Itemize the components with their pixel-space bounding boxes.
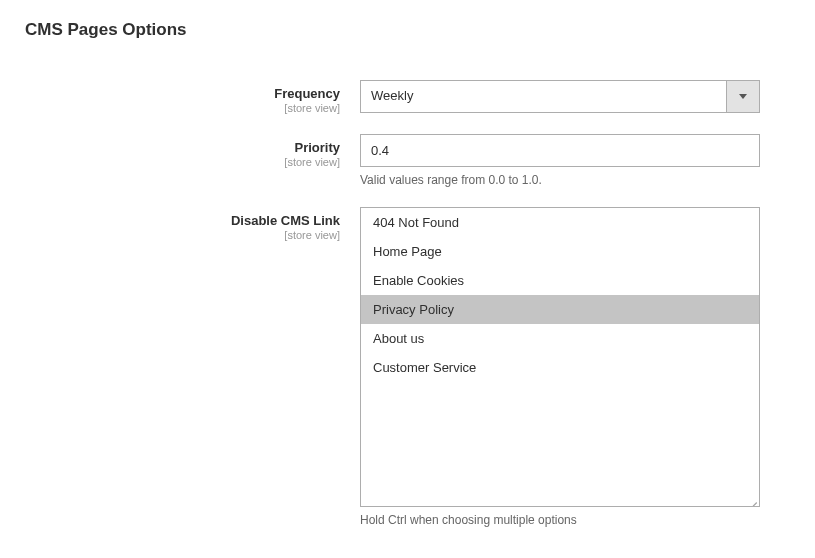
disable-cms-link-scope: [store view]: [20, 229, 340, 241]
priority-label: Priority: [20, 140, 340, 155]
multiselect-option[interactable]: Privacy Policy: [361, 295, 759, 324]
chevron-down-icon: [726, 81, 759, 112]
frequency-control: Weekly: [360, 80, 760, 113]
multiselect-option[interactable]: About us: [361, 324, 759, 353]
disable-cms-link-label: Disable CMS Link: [20, 213, 340, 228]
priority-control: Valid values range from 0.0 to 1.0.: [360, 134, 760, 187]
multiselect-option[interactable]: 404 Not Found: [361, 208, 759, 237]
priority-row: Priority [store view] Valid values range…: [20, 134, 795, 187]
multiselect-option[interactable]: Customer Service: [361, 353, 759, 382]
multiselect-option[interactable]: Enable Cookies: [361, 266, 759, 295]
section-title: CMS Pages Options: [25, 20, 795, 40]
frequency-label-col: Frequency [store view]: [20, 80, 360, 114]
disable-cms-link-row: Disable CMS Link [store view] 404 Not Fo…: [20, 207, 795, 527]
frequency-row: Frequency [store view] Weekly: [20, 80, 795, 114]
priority-scope: [store view]: [20, 156, 340, 168]
priority-input[interactable]: [360, 134, 760, 167]
priority-help: Valid values range from 0.0 to 1.0.: [360, 173, 760, 187]
disable-cms-link-control: 404 Not FoundHome PageEnable CookiesPriv…: [360, 207, 760, 527]
frequency-label: Frequency: [20, 86, 340, 101]
frequency-scope: [store view]: [20, 102, 340, 114]
disable-cms-link-label-col: Disable CMS Link [store view]: [20, 207, 360, 241]
frequency-select[interactable]: Weekly: [360, 80, 760, 113]
multiselect-option[interactable]: Home Page: [361, 237, 759, 266]
disable-cms-link-help: Hold Ctrl when choosing multiple options: [360, 513, 760, 527]
disable-cms-link-multiselect[interactable]: 404 Not FoundHome PageEnable CookiesPriv…: [360, 207, 760, 507]
priority-label-col: Priority [store view]: [20, 134, 360, 168]
frequency-select-value: Weekly: [361, 81, 726, 112]
resize-handle-icon[interactable]: [746, 493, 758, 505]
